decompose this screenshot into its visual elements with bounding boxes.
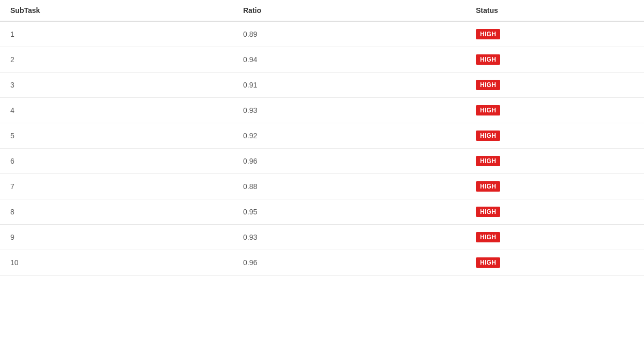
cell-ratio: 0.92 xyxy=(233,123,466,149)
cell-status: HIGH xyxy=(466,199,644,225)
table-row: 90.93HIGH xyxy=(0,225,644,250)
table-header-row: SubTask Ratio Status xyxy=(0,0,644,21)
status-badge: HIGH xyxy=(476,80,500,90)
cell-subtask: 8 xyxy=(0,199,233,225)
status-badge: HIGH xyxy=(476,54,500,65)
status-badge: HIGH xyxy=(476,232,500,242)
cell-ratio: 0.89 xyxy=(233,21,466,47)
cell-ratio: 0.88 xyxy=(233,174,466,199)
status-badge: HIGH xyxy=(476,131,500,141)
cell-status: HIGH xyxy=(466,250,644,276)
cell-ratio: 0.94 xyxy=(233,47,466,73)
cell-status: HIGH xyxy=(466,98,644,123)
cell-status: HIGH xyxy=(466,225,644,250)
cell-subtask: 1 xyxy=(0,21,233,47)
cell-subtask: 7 xyxy=(0,174,233,199)
status-badge: HIGH xyxy=(476,105,500,115)
table-row: 80.95HIGH xyxy=(0,199,644,225)
cell-status: HIGH xyxy=(466,47,644,73)
cell-status: HIGH xyxy=(466,174,644,199)
column-header-subtask: SubTask xyxy=(0,0,233,21)
table-row: 40.93HIGH xyxy=(0,98,644,123)
column-header-ratio: Ratio xyxy=(233,0,466,21)
table-row: 100.96HIGH xyxy=(0,250,644,276)
cell-status: HIGH xyxy=(466,149,644,174)
data-table: SubTask Ratio Status 10.89HIGH20.94HIGH3… xyxy=(0,0,644,276)
status-badge: HIGH xyxy=(476,257,500,268)
cell-subtask: 4 xyxy=(0,98,233,123)
status-badge: HIGH xyxy=(476,207,500,217)
cell-ratio: 0.91 xyxy=(233,73,466,98)
table-container: SubTask Ratio Status 10.89HIGH20.94HIGH3… xyxy=(0,0,644,362)
cell-status: HIGH xyxy=(466,21,644,47)
status-badge: HIGH xyxy=(476,156,500,166)
cell-ratio: 0.96 xyxy=(233,149,466,174)
cell-subtask: 2 xyxy=(0,47,233,73)
cell-ratio: 0.96 xyxy=(233,250,466,276)
table-row: 30.91HIGH xyxy=(0,73,644,98)
cell-subtask: 3 xyxy=(0,73,233,98)
column-header-status: Status xyxy=(466,0,644,21)
status-badge: HIGH xyxy=(476,181,500,192)
cell-status: HIGH xyxy=(466,123,644,149)
table-row: 50.92HIGH xyxy=(0,123,644,149)
table-row: 20.94HIGH xyxy=(0,47,644,73)
cell-ratio: 0.95 xyxy=(233,199,466,225)
cell-subtask: 9 xyxy=(0,225,233,250)
status-badge: HIGH xyxy=(476,29,500,39)
cell-subtask: 5 xyxy=(0,123,233,149)
cell-subtask: 10 xyxy=(0,250,233,276)
cell-ratio: 0.93 xyxy=(233,98,466,123)
table-row: 60.96HIGH xyxy=(0,149,644,174)
table-row: 70.88HIGH xyxy=(0,174,644,199)
cell-status: HIGH xyxy=(466,73,644,98)
table-row: 10.89HIGH xyxy=(0,21,644,47)
cell-ratio: 0.93 xyxy=(233,225,466,250)
cell-subtask: 6 xyxy=(0,149,233,174)
